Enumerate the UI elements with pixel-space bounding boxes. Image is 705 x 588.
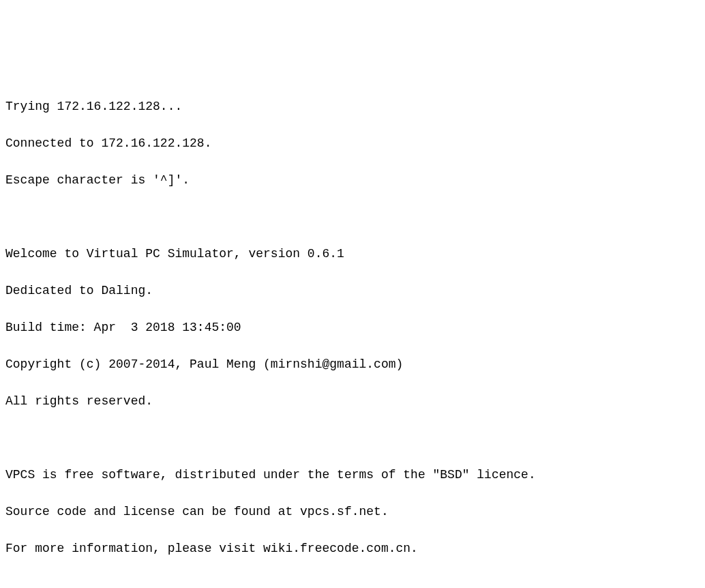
output-line: Trying 172.16.122.128...: [5, 98, 700, 116]
output-line: Escape character is '^]'.: [5, 171, 700, 190]
output-line: [5, 208, 700, 226]
output-line: [5, 576, 700, 588]
output-line: Welcome to Virtual PC Simulator, version…: [5, 245, 700, 263]
terminal-output[interactable]: Trying 172.16.122.128... Connected to 17…: [5, 79, 700, 588]
output-line: [5, 429, 700, 447]
output-line: Dedicated to Daling.: [5, 282, 700, 300]
output-line: VPCS is free software, distributed under…: [5, 466, 700, 484]
output-line: All rights reserved.: [5, 392, 700, 411]
output-line: Build time: Apr 3 2018 13:45:00: [5, 319, 700, 337]
output-line: For more information, please visit wiki.…: [5, 540, 700, 558]
output-line: Copyright (c) 2007-2014, Paul Meng (mirn…: [5, 355, 700, 374]
output-line: Connected to 172.16.122.128.: [5, 134, 700, 153]
output-line: Source code and license can be found at …: [5, 503, 700, 521]
